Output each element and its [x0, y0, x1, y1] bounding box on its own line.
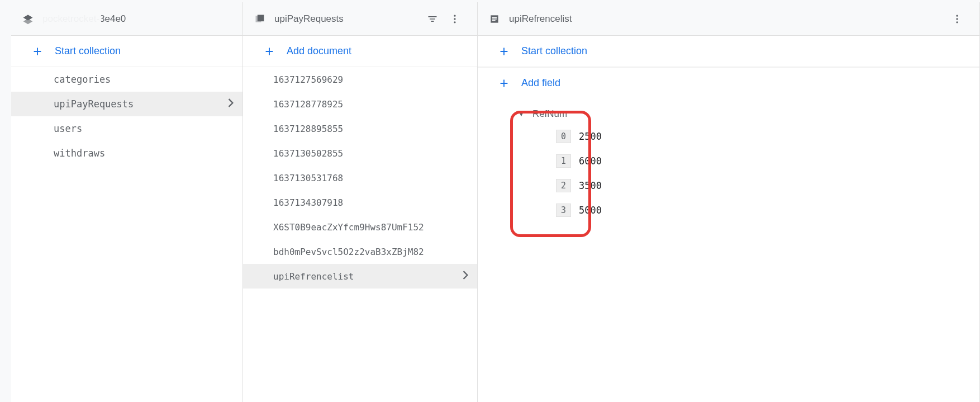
svg-point-5	[956, 21, 958, 23]
field-refnum[interactable]: ▼ RefNum	[478, 104, 979, 124]
collection-item[interactable]: categories	[11, 67, 242, 92]
document-panel: upiRefrencelist Start collection Add fie…	[478, 2, 980, 402]
document-icon	[489, 13, 500, 25]
svg-point-4	[956, 18, 958, 20]
field-name: RefNum	[532, 108, 567, 120]
more-vert-icon	[449, 13, 460, 25]
start-collection-doc-button[interactable]: Start collection	[478, 36, 979, 67]
document-item[interactable]: 1637130531768	[243, 165, 477, 190]
document-item[interactable]: 1637134307918	[243, 190, 477, 215]
start-collection-label: Start collection	[55, 45, 121, 57]
field-content: ▼ RefNum 02500160002350035000	[478, 98, 979, 402]
svg-point-0	[454, 15, 455, 16]
collection-item[interactable]: users	[11, 116, 242, 141]
array-index: 2	[556, 179, 571, 192]
filter-icon	[427, 13, 438, 25]
home-icon	[22, 13, 34, 25]
array-value: 3500	[579, 180, 602, 191]
project-header[interactable]: pocketrocket-3e4e0	[11, 2, 242, 36]
plus-icon	[498, 77, 510, 89]
array-value: 5000	[579, 205, 602, 216]
array-index: 0	[556, 130, 571, 143]
document-item[interactable]: 1637130502855	[243, 141, 477, 165]
array-element[interactable]: 23500	[478, 173, 979, 198]
start-collection-button[interactable]: Start collection	[11, 36, 242, 67]
plus-icon	[263, 45, 275, 58]
collection-header[interactable]: upiPayRequests	[243, 2, 477, 36]
collection-item[interactable]: withdraws	[11, 141, 242, 165]
plus-icon	[498, 45, 510, 58]
start-collection-doc-label: Start collection	[521, 45, 587, 57]
document-header[interactable]: upiRefrencelist	[478, 2, 979, 36]
array-value: 6000	[579, 155, 602, 167]
documents-list: 1637127569629163712877892516371288958551…	[243, 67, 477, 402]
plus-icon	[31, 45, 44, 58]
add-document-button[interactable]: Add document	[243, 36, 477, 67]
array-element[interactable]: 02500	[478, 124, 979, 149]
document-item[interactable]: upiRefrencelist	[243, 264, 477, 289]
svg-point-1	[454, 18, 455, 20]
collections-panel: pocketrocket-3e4e0 Start collection cate…	[11, 2, 243, 402]
svg-point-3	[956, 15, 958, 16]
document-item[interactable]: 1637128895855	[243, 116, 477, 141]
collections-list: categoriesupiPayRequestsuserswithdraws	[11, 67, 242, 402]
collection-icon	[254, 13, 265, 25]
document-item[interactable]: 1637128778925	[243, 92, 477, 116]
documents-panel: upiPayRequests Add document 163712756962…	[243, 2, 478, 402]
collection-item[interactable]: upiPayRequests	[11, 92, 242, 116]
array-index: 1	[556, 154, 571, 168]
chevron-right-icon	[228, 98, 234, 110]
document-item[interactable]: 1637127569629	[243, 67, 477, 92]
array-element[interactable]: 35000	[478, 198, 979, 223]
add-document-label: Add document	[287, 45, 351, 57]
doc-menu-button[interactable]	[946, 8, 968, 30]
more-vert-icon	[952, 13, 963, 25]
caret-down-icon: ▼	[518, 110, 525, 118]
collection-title: upiPayRequests	[274, 13, 344, 25]
array-index: 3	[556, 204, 571, 217]
document-item[interactable]: X6ST0B9eacZxYfcm9Hws87UmF152	[243, 215, 477, 239]
array-value: 2500	[579, 131, 602, 142]
document-title: upiRefrencelist	[509, 13, 572, 25]
add-field-label: Add field	[521, 77, 560, 89]
array-element[interactable]: 16000	[478, 149, 979, 173]
project-name: pocketrocket-3e4e0	[42, 13, 126, 25]
menu-button[interactable]	[444, 8, 466, 30]
svg-point-2	[454, 21, 455, 23]
filter-button[interactable]	[421, 8, 444, 30]
chevron-right-icon	[463, 271, 468, 282]
add-field-button[interactable]: Add field	[478, 67, 979, 98]
document-item[interactable]: bdh0mPevSvcl5O2z2vaB3xZBjM82	[243, 239, 477, 264]
